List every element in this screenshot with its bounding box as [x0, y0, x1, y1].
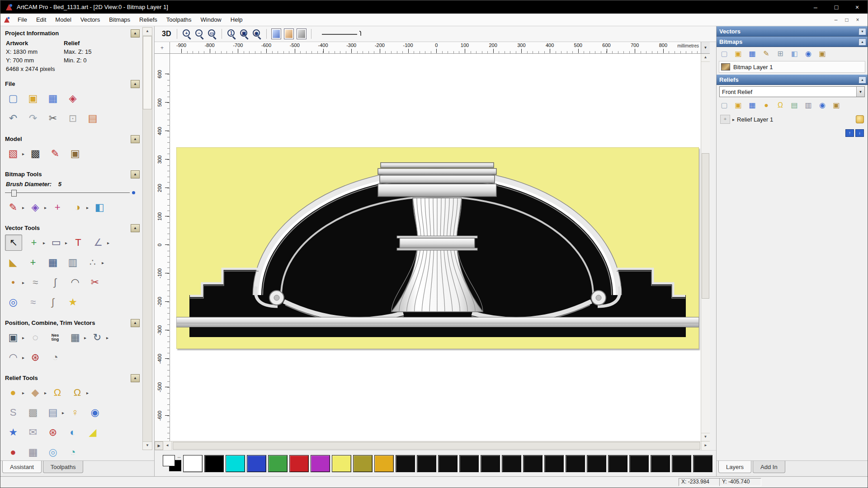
relief-properties-button[interactable]: ▣: [830, 100, 842, 111]
h-scroll-left-arrow[interactable]: ◄: [163, 441, 172, 450]
fit-arc-button[interactable]: ◠: [5, 350, 21, 365]
rotate-copy-button[interactable]: ↻: [89, 330, 105, 345]
zoom-window-button[interactable]: ▭: [207, 28, 217, 39]
colour-swatch-15[interactable]: [502, 455, 521, 472]
texture-relief-button[interactable]: Ω: [69, 385, 85, 400]
save-model-button[interactable]: ▦: [45, 91, 61, 106]
colour-swatch-0[interactable]: [183, 455, 203, 472]
select-vectors-button[interactable]: ↖: [5, 235, 22, 251]
toggle-vectors-visible-button[interactable]: [271, 28, 281, 39]
smooth-curve-button[interactable]: ≈: [25, 295, 41, 310]
flood-fill-flyout-arrow[interactable]: ▸: [44, 205, 47, 210]
colour-swatch-13[interactable]: [459, 455, 479, 472]
canvas-vertical-scrollbar[interactable]: ▲ ▼: [701, 54, 710, 441]
tab-assistant[interactable]: Assistant: [2, 461, 42, 473]
relief-library-button[interactable]: ▤: [45, 405, 61, 420]
freehand-curve-button[interactable]: ≈: [27, 275, 43, 290]
menu-edit[interactable]: Edit: [32, 14, 51, 25]
tab-add-in[interactable]: Add In: [753, 461, 785, 473]
bitmap-layer-row[interactable]: Bitmap Layer 1: [719, 61, 865, 73]
move-layer-down-button[interactable]: ↓: [855, 129, 864, 137]
copy-vectors-button[interactable]: ⊡: [65, 111, 81, 126]
rollup-position-tools-button[interactable]: ▲: [131, 319, 140, 327]
fit-arc-flyout-arrow[interactable]: ▸: [22, 355, 24, 360]
colour-swatch-7[interactable]: [332, 455, 351, 472]
menu-window[interactable]: Window: [196, 14, 226, 25]
canvas-horizontal-scrollbar[interactable]: ▶ ◄ ►: [155, 441, 710, 450]
redo-button[interactable]: ↷: [25, 111, 41, 126]
tab-toolpaths[interactable]: Toolpaths: [43, 461, 84, 473]
bitmaps-rollup-button[interactable]: ▲: [859, 38, 866, 46]
layer-link-button[interactable]: ◉: [802, 48, 814, 59]
colour-swatch-14[interactable]: [481, 455, 500, 472]
open-bitmap-layer-button[interactable]: ▣: [732, 48, 744, 59]
envelope-distort-button[interactable]: ✉: [25, 425, 41, 440]
texture-relief-flyout-arrow[interactable]: ▸: [86, 390, 89, 395]
add-relief-button[interactable]: ●: [760, 100, 772, 111]
new-relief-layer-button[interactable]: ▢: [718, 100, 730, 111]
relief-library-flyout-arrow[interactable]: ▸: [62, 410, 64, 415]
colour-palette-flyout-arrow[interactable]: ▸: [86, 205, 89, 210]
add-relief-layer-icon[interactable]: +: [720, 115, 730, 124]
ruler-units-dropdown[interactable]: ▼: [701, 42, 710, 53]
texture-flow-button[interactable]: ◔: [65, 445, 81, 460]
zoom-fit-button[interactable]: ▣: [239, 28, 250, 39]
paint-brush-flyout-arrow[interactable]: ▸: [22, 205, 24, 210]
rollup-bitmap-tools-button[interactable]: ▲: [131, 170, 140, 178]
mdi-restore-button[interactable]: □: [841, 17, 852, 23]
swept-profile-button[interactable]: ◎: [45, 445, 61, 460]
circular-copy-button[interactable]: ◌: [27, 330, 43, 345]
zoom-out-button[interactable]: −: [194, 28, 205, 39]
two-rail-sweep-button[interactable]: ●: [5, 445, 21, 460]
rotate-copy-flyout-arrow[interactable]: ▸: [106, 335, 108, 340]
smooth-relief-flyout-arrow[interactable]: ▸: [22, 390, 24, 395]
menu-help[interactable]: Help: [226, 14, 247, 25]
load-texture-button[interactable]: ▣: [67, 146, 83, 161]
scrollbar-up-arrow[interactable]: ▲: [143, 28, 152, 36]
colour-swatch-17[interactable]: [544, 455, 564, 472]
save-bitmap-layer-button[interactable]: ▦: [746, 48, 758, 59]
rollup-file-button[interactable]: ▲: [131, 80, 140, 88]
smooth-s-tool-button[interactable]: S: [5, 405, 21, 420]
align-vectors-flyout-arrow[interactable]: ▸: [22, 335, 24, 340]
scrollbar-thumb[interactable]: [143, 36, 152, 109]
layer-palette-button[interactable]: ▣: [816, 48, 828, 59]
zoom-in-button[interactable]: +: [181, 28, 192, 39]
lock-relief-button[interactable]: ◉: [87, 405, 103, 420]
colour-swatch-24[interactable]: [693, 455, 712, 472]
menu-vectors[interactable]: Vectors: [76, 14, 104, 25]
set-model-size-flyout-arrow[interactable]: ▸: [22, 151, 24, 156]
switch-to-3d-button[interactable]: 3D: [159, 29, 174, 38]
colour-swatch-16[interactable]: [523, 455, 542, 472]
nesting-button[interactable]: Nes ting: [47, 330, 63, 345]
create-polyline-button[interactable]: ◣: [5, 255, 21, 270]
v-scroll-up-arrow[interactable]: ▲: [701, 54, 710, 62]
star-relief-button[interactable]: ★: [5, 425, 21, 440]
colour-picker-button[interactable]: +: [49, 200, 66, 215]
flood-fill-button[interactable]: ◈: [27, 200, 43, 215]
colour-swatch-4[interactable]: [268, 455, 288, 472]
brush-diameter-slider[interactable]: [5, 189, 136, 197]
paste-array-button[interactable]: ▥: [65, 255, 81, 270]
2d-view-canvas[interactable]: [170, 54, 701, 441]
close-button[interactable]: ×: [847, 0, 868, 14]
relief-grid-button[interactable]: ▦: [25, 445, 41, 460]
interactive-sculpting-button[interactable]: ♀: [67, 405, 83, 420]
calculate-relief-button[interactable]: ▤: [788, 100, 800, 111]
v-scroll-thumb[interactable]: [702, 153, 709, 299]
primary-secondary-colour-swatch[interactable]: ↔: [163, 455, 181, 471]
menu-model[interactable]: Model: [51, 14, 75, 25]
open-relief-layer-button[interactable]: ▣: [732, 100, 744, 111]
colour-swatch-11[interactable]: [417, 455, 436, 472]
rollup-model-button[interactable]: ▲: [131, 135, 140, 143]
trim-vectors-button[interactable]: ✂: [87, 275, 103, 290]
reliefs-rollup-button[interactable]: ▲: [859, 76, 866, 84]
colour-swatch-6[interactable]: [311, 455, 330, 472]
dome-relief-button[interactable]: Ω: [49, 385, 66, 400]
mdi-close-button[interactable]: ×: [852, 17, 863, 23]
smooth-relief-layer-button[interactable]: Ω: [774, 100, 786, 111]
rollup-vector-tools-button[interactable]: ▲: [131, 224, 140, 232]
paint-brush-button[interactable]: ✎: [5, 200, 21, 215]
colour-swatch-2[interactable]: [226, 455, 245, 472]
move-layer-up-button[interactable]: ↑: [845, 129, 854, 137]
